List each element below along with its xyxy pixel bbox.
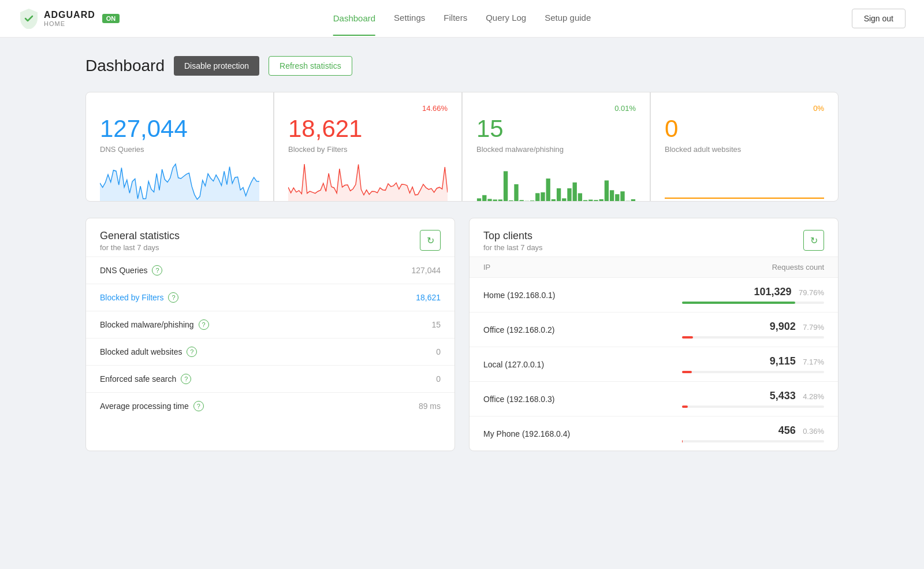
svg-rect-9 (514, 184, 518, 201)
stat-value-1: 18,621 (288, 115, 448, 143)
nav-settings[interactable]: Settings (394, 13, 425, 25)
client-count-cell-4: 456 0.36% (668, 416, 838, 451)
client-name-1: Office (192.168.0.2) (483, 325, 554, 334)
progress-bar-4 (682, 440, 683, 442)
client-name-cell-1: Office (192.168.0.2) (470, 313, 668, 347)
refresh-statistics-button[interactable]: Refresh statistics (269, 56, 352, 76)
bottom-grid: General statistics for the last 7 days ↻… (85, 218, 839, 451)
svg-rect-25 (599, 199, 603, 201)
disable-protection-button[interactable]: Disable protection (174, 56, 259, 76)
general-stat-row: Blocked by Filters ? 18,621 (86, 284, 454, 311)
general-stats-title: General statistics (100, 230, 180, 242)
stat-card-0: 127,044 DNS Queries (85, 92, 274, 202)
client-pct-0: 79.76% (799, 288, 824, 297)
stat-row-value-3: 0 (436, 347, 441, 356)
stat-row-label-4: Enforced safe search ? (100, 374, 191, 384)
progress-bar-0 (682, 302, 795, 304)
progress-bar-wrap-4 (682, 440, 824, 442)
stat-row-value-1: 18,621 (416, 293, 441, 302)
stat-row-label-2: Blocked malware/phishing ? (100, 319, 209, 330)
logo-product: HOME (44, 20, 95, 27)
svg-rect-3 (482, 195, 486, 201)
client-name-2: Local (127.0.0.1) (483, 360, 544, 369)
general-stats-header: General statistics for the last 7 days ↻ (86, 218, 454, 256)
svg-rect-10 (520, 200, 524, 201)
general-stat-row: DNS Queries ? 127,044 (86, 256, 454, 284)
client-count-3: 5,433 (770, 390, 796, 401)
help-icon-4[interactable]: ? (181, 374, 191, 384)
top-clients-title: Top clients (483, 230, 543, 242)
svg-rect-24 (594, 200, 598, 201)
general-stats-refresh-button[interactable]: ↻ (420, 230, 441, 251)
svg-rect-12 (530, 200, 534, 201)
svg-rect-22 (583, 200, 587, 201)
table-row: Office (192.168.0.3) 5,433 4.28% (470, 382, 838, 416)
client-name-cell-2: Local (127.0.0.1) (470, 347, 668, 382)
top-clients-title-block: Top clients for the last 7 days (483, 230, 543, 252)
general-stat-row: Average processing time ? 89 ms (86, 392, 454, 419)
help-icon-3[interactable]: ? (187, 347, 197, 357)
refresh-icon: ↻ (427, 235, 434, 246)
svg-rect-7 (504, 171, 508, 201)
nav-setup-guide[interactable]: Setup guide (545, 13, 591, 25)
stat-chart-1 (288, 161, 448, 201)
client-pct-4: 0.36% (803, 427, 824, 436)
help-icon-0[interactable]: ? (152, 265, 162, 276)
stat-row-label-3: Blocked adult websites ? (100, 347, 197, 357)
help-icon-5[interactable]: ? (193, 401, 204, 411)
nav-query-log[interactable]: Query Log (486, 13, 526, 25)
sign-out-button[interactable]: Sign out (852, 9, 906, 28)
protection-status-badge: ON (102, 14, 120, 23)
svg-rect-19 (567, 188, 571, 201)
general-statistics-card: General statistics for the last 7 days ↻… (85, 218, 455, 451)
top-clients-header: Top clients for the last 7 days ↻ (470, 218, 838, 256)
clients-col-ip: IP (470, 257, 668, 278)
top-clients-card: Top clients for the last 7 days ↻ IP Req… (469, 218, 839, 451)
stat-value-3: 0 (665, 115, 824, 143)
general-stats-subtitle: for the last 7 days (100, 243, 180, 252)
stat-chart-0 (100, 161, 259, 201)
client-count-1: 9,902 (770, 321, 796, 332)
svg-rect-5 (493, 199, 497, 201)
svg-rect-28 (615, 194, 619, 201)
stat-percent-3: 0% (665, 104, 824, 113)
help-icon-1[interactable]: ? (168, 292, 178, 303)
nav-links: Dashboard Settings Filters Query Log Set… (333, 13, 591, 25)
stat-percent-0 (100, 104, 259, 113)
progress-bar-1 (682, 336, 693, 339)
client-pct-2: 7.17% (803, 358, 824, 366)
svg-rect-18 (562, 198, 566, 201)
stat-chart-2 (476, 161, 636, 201)
client-count-4: 456 (778, 425, 796, 436)
general-stat-row: Blocked malware/phishing ? 15 (86, 311, 454, 338)
stat-row-value-4: 0 (436, 374, 441, 384)
top-clients-refresh-button[interactable]: ↻ (803, 230, 824, 251)
clients-table-header-row: IP Requests count (470, 257, 838, 278)
stat-label-3: Blocked adult websites (665, 145, 824, 154)
general-stats-title-block: General statistics for the last 7 days (100, 230, 180, 252)
nav-dashboard[interactable]: Dashboard (333, 13, 375, 36)
help-icon-2[interactable]: ? (199, 319, 209, 330)
stat-card-2: 0.01% 15 Blocked malware/phishing (462, 92, 650, 202)
navigation: ADGUARD HOME ON Dashboard Settings Filte… (0, 0, 924, 38)
refresh-icon-2: ↻ (810, 235, 818, 246)
client-count-cell-1: 9,902 7.79% (668, 313, 838, 347)
stat-row-label-5: Average processing time ? (100, 401, 204, 411)
svg-rect-13 (535, 193, 539, 201)
clients-table: IP Requests count Home (192.168.0.1) 101… (470, 256, 838, 451)
svg-rect-26 (605, 180, 609, 201)
svg-rect-15 (546, 178, 550, 201)
stat-label-2: Blocked malware/phishing (476, 145, 636, 154)
logo: ADGUARD HOME ON (18, 8, 120, 29)
stat-chart-3 (665, 161, 824, 201)
stat-percent-2: 0.01% (476, 104, 636, 113)
stat-row-label-0: DNS Queries ? (100, 265, 162, 276)
adguard-logo-icon (18, 8, 39, 29)
progress-bar-3 (682, 406, 688, 408)
nav-filters[interactable]: Filters (444, 13, 467, 25)
svg-rect-4 (487, 199, 491, 201)
stat-value-0: 127,044 (100, 115, 259, 143)
stat-row-label-1: Blocked by Filters ? (100, 292, 178, 303)
general-stat-row: Blocked adult websites ? 0 (86, 338, 454, 365)
progress-bar-wrap-2 (682, 371, 824, 373)
